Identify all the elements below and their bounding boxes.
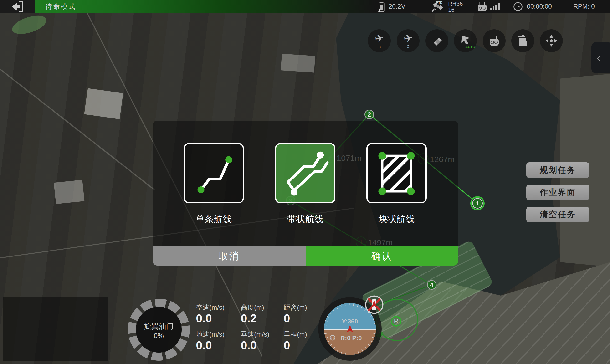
toolbar-auto-pointer-button[interactable]: AUTO xyxy=(454,29,477,52)
rc-link-status xyxy=(477,0,500,13)
voltage-value: 20.2V xyxy=(389,3,405,10)
collapse-panel-button[interactable]: ‹ xyxy=(591,42,610,73)
battery-icon xyxy=(378,1,385,12)
waypoint-marker-1[interactable]: 1 xyxy=(470,196,485,210)
eraser-icon xyxy=(430,34,444,47)
signal-bars-icon xyxy=(490,3,500,10)
remote-controller-icon xyxy=(488,35,500,47)
option-strip-route-selected[interactable] xyxy=(275,143,335,203)
altitude-label: 高度(m) xyxy=(241,303,264,312)
toolbar-layers-button[interactable] xyxy=(511,29,534,52)
return-point-badge[interactable]: R xyxy=(391,316,402,326)
mileage-value: 0 xyxy=(284,339,290,352)
work-screen-button[interactable]: 作业界面 xyxy=(526,184,589,200)
route-type-dialog: 单条航线 带状航线 xyxy=(153,121,458,266)
throttle-label: 旋翼油门 xyxy=(135,321,182,331)
waypoint-number: 2 xyxy=(368,111,371,118)
battery-status: 20.2V xyxy=(378,0,405,13)
waypoint-marker-2[interactable]: 2 xyxy=(364,110,374,119)
confirm-button[interactable]: 确认 xyxy=(306,247,458,266)
flight-timer: 00:00:00 xyxy=(513,0,552,13)
flight-time-value: 00:00:00 xyxy=(527,3,552,10)
option-label-single: 单条航线 xyxy=(183,213,244,225)
dialog-button-row: 取消 确认 xyxy=(153,247,458,266)
waypoint-number: 1 xyxy=(476,200,479,207)
waypoint-number: 4 xyxy=(430,281,433,289)
toolbar-plane-horizontal-button[interactable]: ✈ → xyxy=(368,29,391,52)
home-heading-icon: H xyxy=(331,336,334,340)
toolbar-remote-button[interactable] xyxy=(483,29,506,52)
mode-banner xyxy=(35,0,376,13)
rpm-readout: RPM: 0 xyxy=(573,0,595,13)
svg-text:RTK: RTK xyxy=(436,1,442,4)
plane-icon: ✈ xyxy=(374,32,385,44)
rtk-station-name: RH36 xyxy=(448,1,463,7)
throttle-value: 0% xyxy=(135,332,182,340)
rtk-satellite-icon: RTK xyxy=(431,0,445,13)
remote-controller-icon xyxy=(477,1,488,12)
groundspeed-label: 地速(m/s) xyxy=(196,330,224,339)
cursor-arrow-icon xyxy=(459,34,471,46)
groundspeed-value: 0.0 xyxy=(196,339,212,352)
distance-label: 距离(m) xyxy=(284,303,307,312)
strip-route-icon xyxy=(276,144,334,202)
rtk-sat-count: 16 xyxy=(448,7,463,13)
waypoint-marker-4[interactable]: 4 xyxy=(427,280,436,290)
rtk-status: RTK RH36 16 xyxy=(431,0,463,13)
camera-feed-panel[interactable] xyxy=(3,297,108,361)
back-button[interactable] xyxy=(0,0,35,13)
toolbar-pan-button[interactable] xyxy=(540,29,563,52)
clock-icon xyxy=(513,2,523,12)
auto-mode-label: AUTO xyxy=(465,45,475,49)
plan-task-button[interactable]: 规划任务 xyxy=(526,162,589,178)
option-label-strip: 带状航线 xyxy=(275,213,335,225)
verticalspeed-value: 0.0 xyxy=(241,339,257,352)
block-route-icon xyxy=(368,144,426,202)
toolbar-plane-vertical-button[interactable]: ✈ ↕ xyxy=(397,29,419,52)
flight-mode-label: 待命模式 xyxy=(45,0,76,13)
single-route-icon xyxy=(185,144,243,202)
app-screen: 1 2 3 4 + 1071m + 1267m + 1497m 待命模式 xyxy=(0,0,610,364)
altitude-value: 0.2 xyxy=(241,312,257,325)
pan-arrows-icon xyxy=(545,34,558,48)
verticalspeed-label: 垂速(m/s) xyxy=(241,330,269,339)
roll-pitch-readout: R:0 P:0 xyxy=(340,334,362,342)
option-single-route[interactable] xyxy=(183,143,244,203)
return-badge-letter: R xyxy=(394,318,399,325)
top-status-bar: 待命模式 20.2V RTK RH36 16 xyxy=(0,0,610,13)
exit-icon xyxy=(10,0,25,14)
cancel-button[interactable]: 取消 xyxy=(153,247,306,266)
toolbar-eraser-button[interactable] xyxy=(426,29,448,52)
airspeed-value: 0.0 xyxy=(196,312,212,325)
option-block-route[interactable] xyxy=(366,143,427,203)
layers-icon xyxy=(516,34,529,47)
yaw-readout: Y:360 xyxy=(342,318,358,325)
distance-value: 0 xyxy=(284,312,290,325)
drone-position-marker[interactable] xyxy=(365,295,384,314)
airspeed-label: 空速(m/s) xyxy=(196,303,224,312)
option-label-block: 块状航线 xyxy=(366,213,427,225)
mileage-label: 里程(m) xyxy=(284,330,307,339)
chevron-left-icon: ‹ xyxy=(597,51,601,65)
clear-task-button[interactable]: 清空任务 xyxy=(526,207,589,222)
plane-icon: ✈ xyxy=(402,32,414,44)
